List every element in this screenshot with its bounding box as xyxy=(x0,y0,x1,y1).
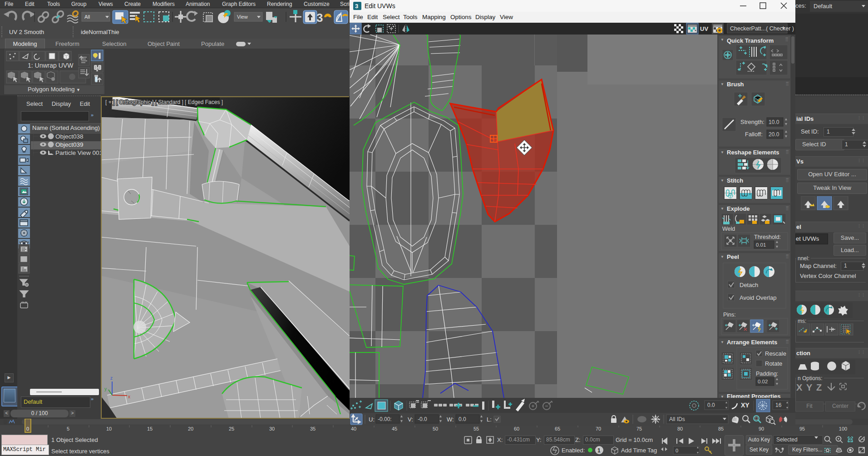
svg-text:Y: Y xyxy=(806,382,813,392)
svg-text:Avoid Overlap: Avoid Overlap xyxy=(740,294,776,301)
svg-text:65: 65 xyxy=(555,426,560,431)
svg-text:L:: L: xyxy=(487,416,492,423)
svg-text:0.0: 0.0 xyxy=(459,416,466,422)
svg-text:0.0: 0.0 xyxy=(707,402,715,408)
svg-text:Rescale: Rescale xyxy=(765,350,786,357)
svg-text:Padding:: Padding: xyxy=(756,371,778,377)
svg-text:Threshold:: Threshold: xyxy=(754,234,781,240)
svg-text:Particle View 001: Particle View 001 xyxy=(55,149,101,156)
svg-text:All IDs: All IDs xyxy=(669,416,685,422)
svg-text:1: 1 xyxy=(597,447,601,454)
svg-text:Strength:: Strength: xyxy=(740,119,764,125)
svg-text:x: x xyxy=(128,394,130,399)
svg-text:1: Unwrap UVW: 1: Unwrap UVW xyxy=(28,62,74,69)
svg-text:20: 20 xyxy=(188,426,193,431)
svg-text:25: 25 xyxy=(229,426,234,431)
svg-text:3: 3 xyxy=(355,3,358,10)
svg-text:10: 10 xyxy=(106,426,112,431)
svg-text:-0.00:: -0.00: xyxy=(378,416,392,422)
svg-text:W:: W: xyxy=(447,416,454,423)
svg-text:Detach: Detach xyxy=(740,282,758,288)
svg-text:15: 15 xyxy=(147,426,153,431)
svg-text:85: 85 xyxy=(718,426,724,431)
svg-text:Object038: Object038 xyxy=(55,133,84,140)
svg-text:0: 0 xyxy=(676,448,678,453)
svg-text:[ + ] [ Orthographic ] [ Stand: [ + ] [ Orthographic ] [ Standard ] [ Ed… xyxy=(105,99,223,105)
svg-text:U:: U: xyxy=(369,416,375,423)
svg-text:Add Time Tag: Add Time Tag xyxy=(621,447,657,454)
svg-text:Enabled:: Enabled: xyxy=(562,447,585,454)
svg-text:CheckerPatt...( Checker ): CheckerPatt...( Checker ) xyxy=(730,25,794,32)
svg-text:Weld: Weld xyxy=(722,226,735,232)
svg-text:95: 95 xyxy=(799,426,805,431)
svg-text:V:: V: xyxy=(408,416,413,423)
svg-text:X: X xyxy=(796,382,803,392)
svg-text:XY: XY xyxy=(741,401,750,409)
svg-text:60: 60 xyxy=(514,426,519,431)
svg-text:0: 0 xyxy=(26,426,29,431)
svg-text:45: 45 xyxy=(392,426,397,431)
svg-text:10.0: 10.0 xyxy=(769,119,779,125)
svg-text:70: 70 xyxy=(596,426,601,431)
svg-text:Falloff:: Falloff: xyxy=(745,131,763,138)
svg-text:40: 40 xyxy=(351,426,356,431)
svg-text:0.02: 0.02 xyxy=(758,379,768,384)
svg-text:30: 30 xyxy=(269,426,275,431)
svg-text:-0.0: -0.0 xyxy=(418,416,427,422)
svg-text:Rotate: Rotate xyxy=(765,360,782,367)
svg-text:50: 50 xyxy=(433,426,438,431)
svg-text:100: 100 xyxy=(839,426,847,431)
svg-text:80: 80 xyxy=(677,426,683,431)
svg-text:90: 90 xyxy=(759,426,764,431)
svg-text:0.01: 0.01 xyxy=(756,242,766,248)
svg-text:Pins:: Pins: xyxy=(723,312,736,318)
svg-text:y: y xyxy=(104,387,107,392)
svg-text:20.0: 20.0 xyxy=(769,131,779,138)
svg-text:Z: Z xyxy=(816,382,822,392)
svg-text:16: 16 xyxy=(775,402,782,408)
svg-text:5: 5 xyxy=(67,426,69,431)
svg-text:Object039: Object039 xyxy=(55,141,84,148)
svg-text:3: 3 xyxy=(316,11,323,25)
svg-text:75: 75 xyxy=(636,426,642,431)
svg-text:UV: UV xyxy=(700,25,708,32)
svg-text:35: 35 xyxy=(310,426,316,431)
svg-text:55: 55 xyxy=(473,426,479,431)
svg-text:z: z xyxy=(110,376,113,381)
svg-text:View: View xyxy=(237,14,248,20)
svg-text:All: All xyxy=(84,14,90,20)
